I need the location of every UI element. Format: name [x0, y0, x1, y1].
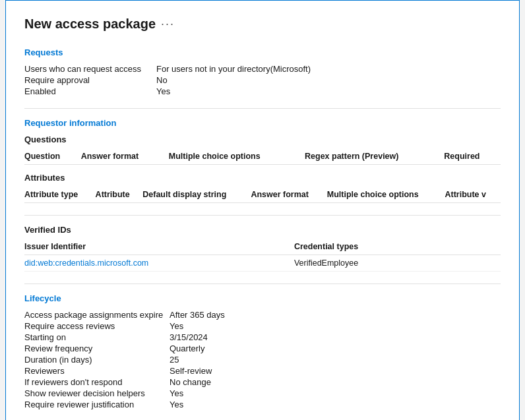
- lifecycle-label: Reviewers: [24, 366, 170, 376]
- requests-section: Requests Users who can request accessFor…: [24, 47, 501, 96]
- credential-type-value: VerifiedEmployee: [294, 255, 501, 272]
- info-value: Yes: [156, 86, 501, 96]
- attributes-column-header: Default display string: [142, 187, 251, 203]
- lifecycle-value: Quarterly: [170, 344, 501, 353]
- attributes-column-header: Answer format: [251, 187, 326, 203]
- lifecycle-value: 3/15/2024: [170, 332, 501, 342]
- verified-ids-column-header: Credential types: [294, 239, 501, 255]
- questions-column-header: Answer format: [81, 148, 169, 165]
- verified-ids-title: Verified IDs: [24, 225, 501, 235]
- lifecycle-value: Self-review: [170, 366, 501, 376]
- lifecycle-value: Yes: [170, 388, 501, 398]
- lifecycle-label: Require access reviews: [24, 321, 170, 331]
- attributes-column-header: Attribute: [96, 187, 143, 203]
- verified-ids-section: Verified IDs Issuer IdentifierCredential…: [24, 225, 501, 272]
- attributes-column-header: Attribute v: [445, 187, 501, 203]
- questions-table-wrapper: QuestionAnswer formatMultiple choice opt…: [24, 148, 501, 165]
- lifecycle-value: No change: [170, 377, 501, 387]
- lifecycle-label: Show reviewer decision helpers: [24, 388, 170, 398]
- requestor-section: Requestor information Questions Question…: [24, 118, 501, 203]
- attributes-column-header: Multiple choice options: [327, 187, 445, 203]
- lifecycle-grid: Access package assignments expireAfter 3…: [24, 310, 501, 409]
- questions-column-header: Regex pattern (Preview): [305, 148, 444, 165]
- info-value: No: [156, 75, 501, 85]
- info-label: Enabled: [24, 86, 156, 96]
- requests-info-grid: Users who can request accessFor users no…: [24, 64, 501, 96]
- info-value: For users not in your directory(Microsof…: [156, 64, 501, 74]
- lifecycle-value: After 365 days: [170, 310, 501, 320]
- lifecycle-label: Review frequency: [24, 344, 170, 353]
- verified-ids-column-header: Issuer Identifier: [24, 239, 294, 255]
- attributes-table-wrapper: Attribute typeAttributeDefault display s…: [24, 187, 501, 203]
- questions-subsection-title: Questions: [24, 135, 501, 144]
- lifecycle-label: Access package assignments expire: [24, 310, 170, 320]
- verified-ids-table: Issuer IdentifierCredential types did:we…: [24, 239, 501, 272]
- questions-table: QuestionAnswer formatMultiple choice opt…: [24, 148, 501, 165]
- lifecycle-value: Yes: [170, 400, 501, 409]
- questions-column-header: Required: [444, 148, 501, 165]
- attributes-subsection: Attributes Attribute typeAttributeDefaul…: [24, 173, 501, 203]
- info-label: Require approval: [24, 75, 156, 85]
- attributes-table: Attribute typeAttributeDefault display s…: [24, 187, 501, 203]
- questions-column-header: Question: [24, 148, 81, 165]
- verified-ids-table-wrapper: Issuer IdentifierCredential types did:we…: [24, 239, 501, 272]
- page-title-row: New access package ···: [24, 16, 501, 32]
- lifecycle-value: 25: [170, 355, 501, 365]
- more-options-icon[interactable]: ···: [161, 17, 175, 31]
- lifecycle-section: Lifecycle Access package assignments exp…: [24, 293, 501, 409]
- lifecycle-value: Yes: [170, 321, 501, 331]
- issuer-identifier-link[interactable]: did:web:credentials.microsoft.com: [24, 258, 148, 268]
- attributes-column-header: Attribute type: [24, 187, 96, 203]
- questions-column-header: Multiple choice options: [169, 148, 305, 165]
- info-label: Users who can request access: [24, 64, 156, 74]
- main-card: New access package ··· Requests Users wh…: [5, 0, 520, 420]
- attributes-subsection-title: Attributes: [24, 173, 501, 183]
- page-title: New access package: [24, 16, 156, 32]
- lifecycle-label: Require reviewer justification: [24, 400, 170, 409]
- requestor-section-title: Requestor information: [24, 118, 501, 128]
- lifecycle-section-title: Lifecycle: [24, 293, 501, 303]
- verified-ids-row: did:web:credentials.microsoft.comVerifie…: [24, 255, 501, 272]
- lifecycle-label: Duration (in days): [24, 355, 170, 365]
- requests-section-title: Requests: [24, 47, 501, 57]
- lifecycle-label: If reviewers don't respond: [24, 377, 170, 387]
- lifecycle-label: Starting on: [24, 332, 170, 342]
